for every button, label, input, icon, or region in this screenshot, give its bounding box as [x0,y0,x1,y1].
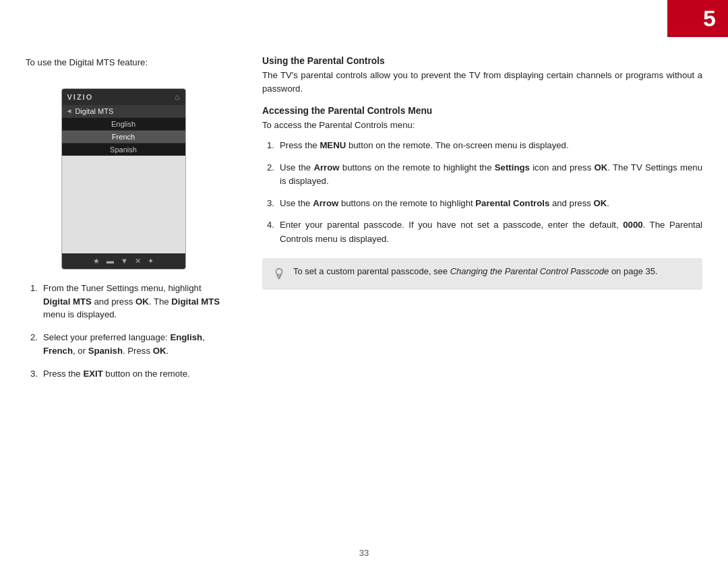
right-step-2: 2. Use the Arrow buttons on the remote t… [262,161,702,189]
left-step-2: 2. Select your preferred language: Engli… [26,331,221,358]
tip-box: To set a custom parental passcode, see C… [262,258,702,290]
tv-menu-item-english: English [62,117,185,130]
section2-intro: To access the Parental Controls menu: [262,119,702,132]
right-step-3-body: Use the Arrow buttons on the remote to h… [280,197,702,210]
right-step-1-body: Press the MENU button on the remote. The… [280,139,702,152]
section1-body: The TV's parental controls allow you to … [262,69,702,96]
step-1-num: 1. [26,282,38,321]
tv-x-icon: ✕ [135,257,141,266]
left-column: To use the Digital MTS feature: VIZIO ⌂ … [26,56,221,542]
tv-menu-item-french: French [62,130,185,143]
content-area: To use the Digital MTS feature: VIZIO ⌂ … [0,37,728,542]
corner-accent [667,0,728,37]
right-step-4: 4. Enter your parental passcode. If you … [262,218,702,246]
tv-menu-header: ◄ Digital MTS [62,105,185,117]
right-step-4-body: Enter your parental passcode. If you hav… [280,218,702,246]
step-3-num: 3. [26,367,38,381]
intro-text: To use the Digital MTS feature: [26,56,221,69]
menu-header-text: Digital MTS [75,107,113,115]
section-accessing-menu: Accessing the Parental Controls Menu To … [262,106,702,246]
tv-rect-icon: ▬ [107,257,114,265]
right-step-4-num: 4. [262,218,274,246]
page-footer: 33 [0,548,728,558]
right-step-1-num: 1. [262,139,274,152]
right-step-3-num: 3. [262,197,274,210]
vizio-logo: VIZIO [67,93,94,101]
svg-point-0 [276,269,282,275]
step-2-body: Select your preferred language: English,… [43,331,221,358]
left-step-3: 3. Press the EXIT button on the remote. [26,367,221,381]
right-column: Using the Parental Controls The TV's par… [262,56,702,542]
tv-top-bar: VIZIO ⌂ [62,89,185,105]
left-step-1: 1. From the Tuner Settings menu, highlig… [26,282,221,321]
footer-page-number: 33 [359,548,369,558]
tv-bottom-bar: ★ ▬ ▼ ✕ ✦ [62,253,185,269]
step-1-body: From the Tuner Settings menu, highlight … [43,282,221,321]
left-steps: 1. From the Tuner Settings menu, highlig… [26,282,221,381]
right-steps: 1. Press the MENU button on the remote. … [262,139,702,246]
tv-menu-area: ◄ Digital MTS English French Spanish [62,105,185,156]
menu-back-arrow: ◄ [66,107,73,115]
right-step-2-num: 2. [262,161,274,189]
tv-star-icon: ★ [93,257,100,266]
section2-heading: Accessing the Parental Controls Menu [262,106,702,116]
right-step-3: 3. Use the Arrow buttons on the remote t… [262,197,702,210]
column-divider [241,56,242,542]
columns: To use the Digital MTS feature: VIZIO ⌂ … [0,37,728,542]
tip-text: To set a custom parental passcode, see C… [293,265,658,278]
tip-lightbulb-icon [272,266,286,283]
tv-mockup: VIZIO ⌂ ◄ Digital MTS English French Spa… [61,88,186,270]
step-3-body: Press the EXIT button on the remote. [43,367,221,381]
right-step-2-body: Use the Arrow buttons on the remote to h… [280,161,702,189]
tv-mockup-wrapper: VIZIO ⌂ ◄ Digital MTS English French Spa… [26,88,221,270]
tv-gray-area [62,156,185,253]
page-number-badge: 5 [703,5,716,32]
tv-gear-icon: ✦ [148,257,154,266]
right-step-1: 1. Press the MENU button on the remote. … [262,139,702,152]
section-parental-controls: Using the Parental Controls The TV's par… [262,56,702,96]
home-icon: ⌂ [175,92,179,102]
tv-menu-item-spanish: Spanish [62,143,185,156]
section1-heading: Using the Parental Controls [262,56,702,66]
step-2-num: 2. [26,331,38,358]
tv-down-icon: ▼ [121,257,128,265]
